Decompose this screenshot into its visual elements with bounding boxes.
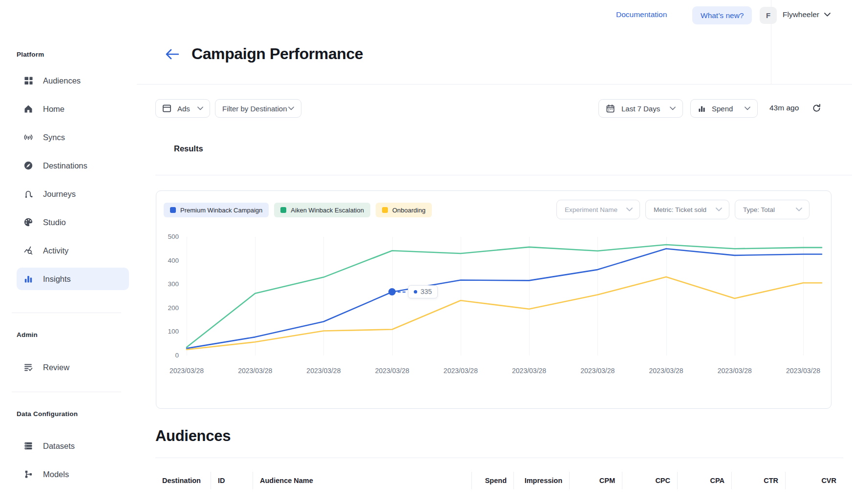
column-header-ctr: CTR bbox=[731, 472, 785, 489]
sidebar-platform-items: Audiences Home Syncs Destinations bbox=[0, 71, 137, 297]
palette-icon bbox=[23, 217, 33, 227]
source-filter-dropdown[interactable]: Ads bbox=[155, 99, 210, 118]
sidebar-item-studio[interactable]: Studio bbox=[17, 212, 129, 232]
metric-ticket-sold-dropdown[interactable]: Metric: Ticket sold bbox=[645, 200, 729, 219]
y-tick-label: 300 bbox=[156, 280, 179, 288]
x-tick-label: 2023/03/28 bbox=[363, 367, 422, 375]
sidebar-item-models[interactable]: Models bbox=[17, 464, 129, 484]
bar-chart-icon bbox=[23, 274, 33, 284]
main-content: Campaign Performance Ads Filter by Desti… bbox=[137, 0, 852, 504]
sidebar-section-platform: Platform bbox=[17, 51, 44, 58]
legend-item-aiken-winback[interactable]: Aiken Winback Escalation bbox=[274, 203, 370, 217]
x-tick-label: 2023/03/28 bbox=[226, 367, 284, 375]
y-tick-label: 500 bbox=[156, 233, 179, 240]
back-button[interactable] bbox=[165, 49, 179, 60]
date-range-value: Last 7 Days bbox=[621, 105, 663, 113]
line-chart bbox=[187, 237, 822, 356]
sidebar-item-label: Syncs bbox=[43, 133, 65, 142]
sidebar-admin-items: Review bbox=[0, 357, 137, 386]
tooltip-value: 335 bbox=[421, 288, 432, 295]
bar-chart-icon bbox=[698, 105, 706, 113]
source-filter-value: Ads bbox=[177, 105, 192, 113]
tooltip-series-dot bbox=[414, 290, 417, 294]
home-icon bbox=[23, 104, 33, 114]
metric-filter-dropdown[interactable]: Spend bbox=[690, 99, 758, 118]
sidebar-item-label: Models bbox=[43, 470, 69, 479]
column-header-id: ID bbox=[211, 472, 253, 489]
sidebar-item-label: Review bbox=[43, 363, 69, 372]
broadcast-icon bbox=[23, 132, 33, 142]
column-header-destination: Destination bbox=[155, 472, 211, 489]
chevron-down-icon bbox=[197, 106, 203, 110]
sidebar-item-label: Audiences bbox=[43, 76, 81, 85]
sidebar-divider bbox=[12, 392, 121, 392]
results-divider bbox=[155, 175, 852, 175]
sidebar-divider bbox=[12, 313, 121, 313]
x-tick-label: 2023/03/28 bbox=[774, 367, 832, 375]
audiences-section-title: Audiences bbox=[155, 427, 231, 445]
sidebar-item-label: Studio bbox=[43, 218, 66, 227]
sidebar-item-audiences[interactable]: Audiences bbox=[17, 71, 129, 90]
sidebar-item-syncs[interactable]: Syncs bbox=[17, 127, 129, 147]
column-header-audience-name: Audience Name bbox=[253, 472, 471, 489]
refresh-icon bbox=[812, 104, 821, 113]
tab-results[interactable]: Results bbox=[174, 144, 203, 153]
sidebar-item-datasets[interactable]: Datasets bbox=[17, 436, 129, 456]
sidebar-item-activity[interactable]: Activity bbox=[17, 241, 129, 260]
y-tick-label: 0 bbox=[156, 352, 179, 359]
sidebar-item-home[interactable]: Home bbox=[17, 99, 129, 119]
sidebar-section-admin: Admin bbox=[17, 331, 38, 338]
chart-legend: Premium Winback Campaign Aiken Winback E… bbox=[164, 203, 432, 217]
sidebar-section-data-configuration: Data Configuration bbox=[17, 410, 78, 418]
type-total-label: Type: Total bbox=[743, 206, 775, 213]
window-icon bbox=[162, 104, 171, 113]
legend-label: Aiken Winback Escalation bbox=[291, 207, 364, 214]
chevron-down-icon bbox=[670, 106, 676, 110]
sidebar-data-items: Datasets Models bbox=[0, 436, 137, 493]
x-tick-label: 2023/03/28 bbox=[294, 367, 353, 375]
sidebar-item-insights[interactable]: Insights bbox=[17, 268, 129, 290]
sidebar-item-review[interactable]: Review bbox=[17, 357, 129, 377]
back-arrow-icon bbox=[165, 49, 179, 60]
compass-icon bbox=[23, 161, 33, 170]
sidebar-item-label: Destinations bbox=[43, 161, 87, 170]
date-range-dropdown[interactable]: Last 7 Days bbox=[598, 99, 683, 118]
legend-item-onboarding[interactable]: Onboarding bbox=[376, 203, 432, 217]
destination-filter-label: Filter by Destination bbox=[222, 105, 287, 113]
sidebar-item-label: Journeys bbox=[43, 189, 76, 199]
legend-swatch bbox=[382, 207, 388, 213]
column-header-cpc: CPC bbox=[622, 472, 677, 489]
chart-tooltip: 335 bbox=[408, 285, 438, 298]
refresh-button[interactable] bbox=[810, 102, 823, 114]
last-updated-text: 43m ago bbox=[769, 104, 799, 112]
y-tick-label: 200 bbox=[156, 304, 179, 312]
chevron-down-icon bbox=[745, 106, 750, 110]
legend-label: Premium Winback Campaign bbox=[180, 207, 262, 214]
tooltip-connector bbox=[398, 292, 405, 293]
audiences-grid-icon bbox=[23, 76, 33, 85]
destination-filter-dropdown[interactable]: Filter by Destination bbox=[215, 99, 301, 118]
chevron-down-icon bbox=[288, 106, 294, 110]
x-tick-label: 2023/03/28 bbox=[431, 367, 490, 375]
series-line bbox=[187, 249, 822, 348]
legend-label: Onboarding bbox=[392, 207, 426, 214]
type-total-dropdown[interactable]: Type: Total bbox=[735, 200, 809, 219]
sidebar: Platform Audiences Home Syncs bbox=[0, 0, 137, 504]
sidebar-item-label: Activity bbox=[43, 246, 68, 255]
chevron-down-icon bbox=[626, 208, 633, 211]
legend-item-premium-winback[interactable]: Premium Winback Campaign bbox=[164, 203, 269, 217]
sidebar-item-label: Insights bbox=[43, 274, 71, 284]
column-header-cpm: CPM bbox=[569, 472, 622, 489]
journey-path-icon bbox=[23, 189, 33, 199]
x-tick-label: 2023/03/28 bbox=[157, 367, 216, 375]
sidebar-item-journeys[interactable]: Journeys bbox=[17, 184, 129, 204]
page-title: Campaign Performance bbox=[192, 45, 363, 63]
y-tick-label: 100 bbox=[156, 328, 179, 335]
experiment-name-dropdown[interactable]: Experiment Name bbox=[556, 200, 640, 219]
y-tick-label: 400 bbox=[156, 257, 179, 264]
sidebar-item-destinations[interactable]: Destinations bbox=[17, 156, 129, 175]
growthloop-app: GrowthLoop Documentation What’s new? F F… bbox=[0, 0, 852, 504]
title-row: Campaign Performance bbox=[165, 45, 363, 63]
audiences-table-header: DestinationIDAudience NameSpendImpressio… bbox=[155, 472, 843, 489]
sidebar-item-label: Datasets bbox=[43, 441, 75, 451]
